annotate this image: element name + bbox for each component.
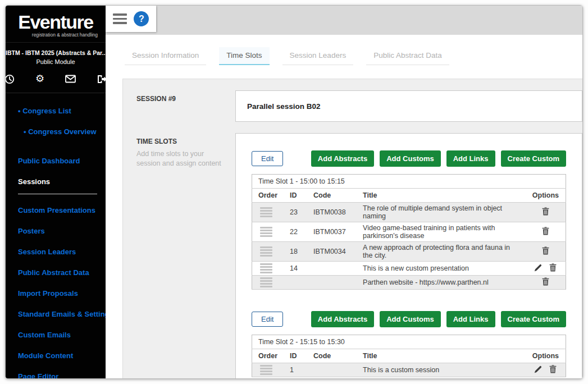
col-header-title: Title	[357, 349, 526, 363]
delete-trash-icon[interactable]	[542, 207, 549, 217]
order-cell	[252, 363, 284, 377]
help-icon[interactable]: ?	[134, 11, 149, 26]
delete-trash-icon[interactable]	[542, 227, 549, 237]
tab-session-information[interactable]: Session Information	[125, 47, 206, 65]
sidebar-item-custom-presentations[interactable]: Custom Presentations	[18, 206, 101, 215]
order-cell	[252, 203, 284, 222]
hamburger-menu-icon[interactable]	[113, 13, 127, 24]
sidebar-item-label: Public Abstract Data	[18, 268, 89, 277]
sidebar-item-page-editor[interactable]: Page Editor	[18, 372, 101, 378]
create-custom-button[interactable]: Create Custom	[501, 150, 566, 167]
delete-trash-icon[interactable]	[542, 277, 549, 287]
options-cell	[526, 276, 566, 290]
sidebar-item-label: Congress List	[18, 107, 71, 115]
edit-slot-button[interactable]: Edit	[252, 151, 283, 166]
clock-icon[interactable]	[6, 74, 15, 84]
code-cell: IBTM0037	[307, 222, 357, 242]
table-header-row: OrderIDCodeTitleOptions	[252, 349, 566, 363]
drag-handle[interactable]	[260, 246, 272, 257]
tab-bar: Session InformationTime SlotsSession Lea…	[106, 35, 582, 65]
sidebar-icon-row: ⚙	[6, 74, 106, 84]
edit-pencil-icon[interactable]	[534, 264, 542, 273]
tab-public-abstract-data[interactable]: Public Abstract Data	[366, 47, 449, 65]
session-form-panel: SESSION #9 Parallel session B02 TIME SLO…	[122, 79, 582, 378]
sidebar-item-standard-emails-settings[interactable]: Standard Emails & Settings	[18, 310, 101, 319]
timeslot-title: Time Slot 1 - 15:00 to 15:15	[252, 175, 566, 189]
title-cell: This is a new custom presentation	[357, 262, 526, 276]
sidebar-item-posters[interactable]: Posters	[18, 227, 101, 236]
add-abstracts-button[interactable]: Add Abstracts	[311, 150, 374, 167]
id-cell: 1	[284, 363, 307, 377]
edit-pencil-icon[interactable]	[534, 365, 542, 375]
add-abstracts-button[interactable]: Add Abstracts	[311, 311, 374, 327]
sidebar-item-label: Custom Emails	[18, 331, 71, 339]
sidebar-item-public-abstract-data[interactable]: Public Abstract Data	[18, 268, 101, 277]
tab-session-leaders[interactable]: Session Leaders	[282, 47, 354, 65]
sidebar-item-session-leaders[interactable]: Session Leaders	[18, 248, 101, 257]
create-custom-button[interactable]: Create Custom	[501, 311, 566, 327]
code-cell	[307, 363, 357, 377]
drag-handle[interactable]	[260, 227, 272, 237]
col-header-order: Order	[252, 349, 284, 363]
tab-time-slots[interactable]: Time Slots	[219, 47, 269, 65]
add-links-button[interactable]: Add Links	[446, 150, 495, 167]
add-buttons-group: Add AbstractsAdd CustomsAdd LinksCreate …	[311, 150, 566, 167]
session-row: SESSION #9 Parallel session B02	[130, 90, 582, 122]
code-cell	[307, 262, 357, 276]
session-title-field[interactable]: Parallel session B02	[235, 90, 582, 122]
timeslot-table-2: Time Slot 2 - 15:15 to 15:30OrderIDCodeT…	[252, 335, 566, 377]
code-cell: IBTM0038	[307, 203, 357, 222]
sidebar-item-label: Page Editor	[18, 372, 58, 378]
drag-handle[interactable]	[260, 263, 272, 273]
sidebar-item-label: Session Leaders	[18, 248, 76, 256]
order-cell	[252, 276, 284, 290]
delete-trash-icon[interactable]	[549, 263, 557, 273]
module-name: Public Module	[6, 58, 106, 65]
title-cell: A new approach of protecting flora and f…	[357, 242, 526, 262]
sidebar-menu: Congress ListCongress OverviewPublic Das…	[6, 93, 106, 378]
table-row: 23IBTM0038The role of multiple demand sy…	[252, 203, 566, 222]
slot-2-button-row: EditAdd AbstractsAdd CustomsAdd LinksCre…	[252, 311, 566, 327]
sidebar-item-sessions[interactable]: Sessions	[18, 177, 101, 194]
order-cell	[252, 262, 284, 276]
col-header-title: Title	[357, 189, 526, 203]
logo-wordmark: Eventure	[10, 12, 101, 33]
congress-info: IBTM - IBTM 2025 (Abstracts & Par... Pub…	[6, 49, 106, 65]
col-header-code: Code	[307, 349, 357, 363]
id-cell	[284, 276, 307, 290]
sidebar-item-public-dashboard[interactable]: Public Dashboard	[18, 157, 101, 166]
timeslot-title: Time Slot 2 - 15:15 to 15:30	[252, 335, 566, 349]
table-row: Parthen website - https://www.parthen.nl	[252, 276, 566, 290]
session-label: SESSION #9	[136, 95, 227, 103]
logout-icon[interactable]	[97, 75, 106, 84]
logo-tagline: registration & abstract handling	[10, 32, 101, 38]
delete-trash-icon[interactable]	[542, 246, 549, 257]
gear-icon[interactable]: ⚙	[35, 74, 44, 84]
sidebar-item-label: Congress Overview	[24, 127, 97, 136]
table-row: 14This is a new custom presentation	[252, 262, 566, 276]
options-cell	[526, 222, 566, 242]
slot-1-button-row: EditAdd AbstractsAdd CustomsAdd LinksCre…	[252, 150, 566, 167]
sidebar-item-congress-list[interactable]: Congress List	[18, 107, 101, 116]
delete-trash-icon[interactable]	[549, 365, 557, 375]
title-cell: This is a custom session	[357, 363, 526, 377]
id-cell: 23	[284, 203, 307, 222]
col-header-options: Options	[526, 349, 566, 363]
mail-icon[interactable]	[65, 75, 76, 83]
drag-handle[interactable]	[260, 277, 272, 287]
add-customs-button[interactable]: Add Customs	[380, 150, 441, 167]
sidebar-item-custom-emails[interactable]: Custom Emails	[18, 331, 101, 340]
sidebar-item-module-content[interactable]: Module Content	[18, 351, 101, 360]
sidebar-item-label: Custom Presentations	[18, 206, 95, 214]
options-cell	[526, 242, 566, 262]
sidebar-item-congress-overview[interactable]: Congress Overview	[24, 127, 101, 136]
sidebar-item-import-proposals[interactable]: Import Proposals	[18, 289, 101, 298]
edit-slot-button[interactable]: Edit	[252, 312, 283, 327]
add-customs-button[interactable]: Add Customs	[380, 311, 441, 327]
main-area: ? Session InformationTime SlotsSession L…	[106, 6, 582, 378]
timeslots-row: TIME SLOTS Add time slots to your sessio…	[130, 133, 582, 378]
add-links-button[interactable]: Add Links	[446, 311, 495, 327]
drag-handle[interactable]	[260, 365, 272, 375]
options-cell	[526, 363, 566, 377]
drag-handle[interactable]	[260, 207, 272, 217]
